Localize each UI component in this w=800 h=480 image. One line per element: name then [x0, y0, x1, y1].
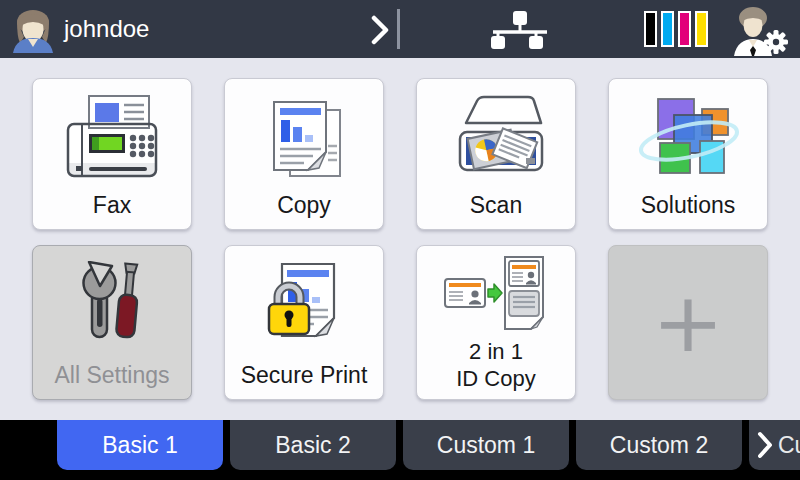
fax-icon: [33, 79, 191, 192]
toner-yellow-bar: [695, 11, 708, 47]
admin-settings-icon[interactable]: [726, 6, 790, 60]
id-copy-icon: [417, 246, 575, 338]
toner-magenta-bar: [678, 11, 691, 47]
toner-levels-indicator[interactable]: [644, 11, 708, 47]
tab-label: Custom 2: [610, 432, 708, 459]
tile-label-line1: 2 in 1: [469, 339, 523, 364]
tile-label: Fax: [93, 192, 131, 229]
tab-custom-1[interactable]: Custom 1: [403, 420, 569, 470]
all-settings-icon: [33, 246, 191, 362]
tile-label: Solutions: [641, 192, 736, 229]
tile-add-shortcut[interactable]: +: [608, 245, 768, 400]
plus-icon: +: [652, 282, 724, 364]
top-status-bar: johndoe: [0, 0, 800, 58]
scan-icon: [417, 79, 575, 192]
toner-black-bar: [644, 11, 657, 47]
tile-2in1-id-copy[interactable]: 2 in 1 ID Copy: [416, 245, 576, 400]
tile-label: Secure Print: [241, 362, 368, 399]
copy-icon: [225, 79, 383, 192]
tab-label: Custom 1: [437, 432, 535, 459]
tile-scan[interactable]: Scan: [416, 78, 576, 230]
tile-label: Copy: [277, 192, 331, 229]
tab-basic-1[interactable]: Basic 1: [57, 420, 223, 470]
tile-label: All Settings: [54, 362, 169, 399]
tile-label: 2 in 1 ID Copy: [456, 338, 535, 399]
tab-basic-2[interactable]: Basic 2: [230, 420, 396, 470]
user-panel-expand-icon[interactable]: [370, 15, 390, 49]
tab-label: Basic 1: [102, 432, 177, 459]
home-tab-bar: Basic 1 Basic 2 Custom 1 Custom 2 Custom…: [0, 420, 800, 480]
network-status-icon[interactable]: [488, 11, 552, 53]
toner-cyan-bar: [661, 11, 674, 47]
user-avatar-icon[interactable]: [10, 7, 56, 53]
tile-copy[interactable]: Copy: [224, 78, 384, 230]
home-screen-tile-grid: Fax: [0, 58, 800, 420]
header-separator: [397, 9, 400, 49]
tile-solutions[interactable]: Solutions: [608, 78, 768, 230]
tile-fax[interactable]: Fax: [32, 78, 192, 230]
chevron-right-icon: [757, 431, 773, 459]
tile-label-line2: ID Copy: [456, 366, 535, 391]
partial-tab-label: Custom 3: [778, 432, 800, 459]
tab-label: Basic 2: [275, 432, 350, 459]
tile-label: Scan: [470, 192, 522, 229]
logged-in-username[interactable]: johndoe: [64, 0, 149, 58]
secure-print-icon: [225, 246, 383, 362]
printer-touchscreen: johndoe: [0, 0, 800, 480]
tab-custom-2[interactable]: Custom 2: [576, 420, 742, 470]
solutions-icon: [609, 79, 767, 192]
tile-secure-print[interactable]: Secure Print: [224, 245, 384, 400]
tile-all-settings[interactable]: All Settings: [32, 245, 192, 400]
tabs-scroll-right-button[interactable]: Custom 3: [749, 420, 800, 470]
